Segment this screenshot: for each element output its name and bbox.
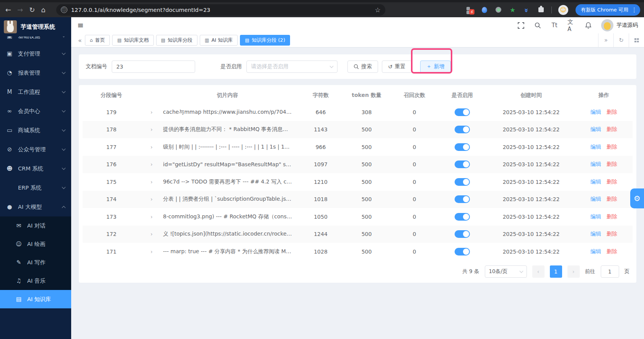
reload-icon[interactable]: ↻ [29, 6, 35, 14]
row-expander-icon[interactable]: › [140, 214, 163, 220]
refresh-tab-icon[interactable]: ↻ [613, 33, 629, 47]
delete-link[interactable]: 删除 [607, 179, 617, 185]
tabs-scroll-right-icon[interactable]: » [598, 33, 613, 47]
edit-link[interactable]: 编辑 [590, 179, 601, 185]
enabled-toggle[interactable] [455, 178, 470, 186]
enabled-select[interactable]: 请选择是否启用 [246, 61, 337, 73]
recorder-extension-icon[interactable] [495, 6, 502, 14]
tab[interactable]: ▤ 知识库分段 [156, 35, 197, 46]
translate-icon[interactable]: 文A [567, 21, 575, 29]
fullscreen-icon[interactable] [517, 21, 525, 29]
doc-id-input[interactable]: 23 [112, 61, 195, 73]
enabled-toggle[interactable] [455, 213, 470, 221]
sidebar-subitem[interactable]: ✎ AI 写作 [0, 253, 71, 272]
edit-link[interactable]: 编辑 [590, 213, 601, 220]
search-icon[interactable] [534, 21, 541, 29]
search-button[interactable]: 搜索 [347, 61, 378, 73]
edit-link[interactable]: 编辑 [590, 144, 601, 151]
sidebar-item-infrastructure[interactable]: ▣ 基础设施 [0, 36, 71, 44]
row-expander-icon[interactable]: › [140, 196, 163, 202]
enabled-toggle[interactable] [455, 143, 470, 151]
token-count: 308 [342, 109, 391, 115]
extensions-puzzle-icon[interactable] [537, 6, 545, 14]
delete-link[interactable]: 删除 [607, 213, 617, 220]
enabled-toggle[interactable] [455, 195, 470, 203]
row-expander-icon[interactable]: › [140, 109, 163, 115]
edit-link[interactable]: 编辑 [590, 126, 601, 133]
sidebar-subitem[interactable]: ▤ AI 知识库 [0, 290, 71, 308]
extension-badge-icon[interactable]: 6 [466, 6, 474, 14]
tabs-scroll-left-icon[interactable]: « [75, 37, 85, 44]
row-expander-icon[interactable]: › [140, 144, 163, 150]
app-logo-row[interactable]: 芋道管理系统 [0, 17, 71, 36]
sidebar-item[interactable]: ● AI 大模型 [0, 197, 71, 216]
font-size-icon[interactable]: Tt [551, 21, 558, 29]
delete-link[interactable]: 删除 [607, 144, 617, 151]
sidebar-subitem[interactable]: ✉ AI 对话 [0, 216, 71, 235]
prev-page-button[interactable]: ‹ [532, 265, 545, 278]
sidebar-subitem[interactable]: ♫ AI 音乐 [0, 272, 71, 290]
enabled-toggle[interactable] [455, 126, 470, 133]
tab[interactable]: ▤ 知识库分段 (2) [240, 35, 290, 46]
chrome-update-button[interactable]: 有新版 Chrome 可用 ⋮ [576, 4, 640, 16]
notification-bell-icon[interactable] [584, 21, 592, 29]
sidebar-item[interactable]: ⊘ 公众号管理 [0, 140, 71, 159]
next-page-button[interactable]: › [567, 265, 580, 278]
home-icon[interactable]: ⌂ [41, 6, 45, 14]
enabled-toggle[interactable] [455, 108, 470, 116]
row-expander-icon[interactable]: › [140, 126, 163, 133]
sidebar-item[interactable]: M 工作流程 [0, 82, 71, 102]
chevrons-extension-icon[interactable]: » [523, 6, 531, 14]
tab[interactable]: ▥ AI 知识库 [200, 35, 238, 46]
edit-link[interactable]: 编辑 [590, 196, 601, 203]
edit-link[interactable]: 编辑 [590, 161, 601, 168]
layout-grid-icon[interactable] [629, 33, 644, 47]
refresh-icon: ↺ [388, 64, 393, 70]
delete-link[interactable]: 删除 [607, 161, 617, 168]
sidebar-item[interactable]: ∞ 会员中心 [0, 102, 71, 121]
back-icon[interactable]: ← [5, 6, 11, 14]
edit-link[interactable]: 编辑 [590, 231, 601, 237]
row-expander-icon[interactable]: › [140, 161, 163, 167]
enabled-toggle[interactable] [455, 248, 470, 255]
reset-button[interactable]: ↺ 重置 [382, 61, 412, 73]
delete-link[interactable]: 删除 [607, 248, 617, 255]
goto-page-input[interactable]: 1 [601, 265, 619, 278]
star-extension-icon[interactable]: ★ [509, 6, 517, 14]
menu-item-icon: M [6, 88, 13, 95]
current-page-button[interactable]: 1 [550, 265, 562, 278]
sidebar-item[interactable]: ☻ CRM 系统 [0, 159, 71, 178]
delete-link[interactable]: 删除 [607, 126, 617, 133]
forward-icon[interactable]: → [17, 6, 23, 14]
row-expander-icon[interactable]: › [140, 249, 163, 255]
page-size-select[interactable]: 10条/页 [485, 265, 527, 278]
sidebar-collapse-icon[interactable]: ≡ [77, 21, 84, 30]
bookmark-star-icon[interactable]: ☆ [375, 6, 380, 14]
sidebar-item[interactable]: ERP 系统 [0, 178, 71, 197]
site-info-icon[interactable]: ⓘ [61, 7, 67, 13]
sidebar-item[interactable]: ▣ 支付管理 [0, 44, 71, 63]
balloon-extension-icon[interactable] [481, 6, 488, 14]
delete-link[interactable]: 删除 [607, 196, 617, 203]
url-text[interactable]: 127.0.0.1/ai/knowledge/segment?documentI… [71, 7, 371, 13]
delete-link[interactable]: 删除 [607, 109, 617, 116]
sidebar-item[interactable]: ▭ 商城系统 [0, 121, 71, 140]
row-expander-icon[interactable]: › [140, 179, 163, 185]
sidebar-subitem[interactable]: ☺ AI 绘画 [0, 235, 71, 253]
browser-menu-icon[interactable]: ⋮ [631, 7, 637, 13]
sidebar-item[interactable]: ◔ 报表管理 [0, 63, 71, 82]
segment-content: 8-commitlog3.png) --- # RocketMQ 存储（cons… [163, 213, 300, 220]
enabled-toggle[interactable] [455, 160, 470, 168]
row-expander-icon[interactable]: › [140, 231, 163, 237]
delete-link[interactable]: 删除 [607, 231, 617, 237]
settings-fab-button[interactable]: ⚙ [630, 188, 644, 208]
edit-link[interactable]: 编辑 [590, 248, 601, 255]
edit-link[interactable]: 编辑 [590, 109, 601, 116]
enabled-toggle[interactable] [455, 230, 470, 238]
add-button[interactable]: ＋ 新增 [420, 61, 451, 73]
tab[interactable]: ▤ 知识库文档 [112, 35, 153, 46]
user-menu[interactable]: 芋道源码 [601, 19, 638, 31]
tab[interactable]: ⌂ 首页 [85, 35, 110, 46]
browser-profile-avatar[interactable]: ☺ [558, 5, 568, 15]
address-bar[interactable]: ⓘ 127.0.0.1/ai/knowledge/segment?documen… [56, 4, 385, 16]
